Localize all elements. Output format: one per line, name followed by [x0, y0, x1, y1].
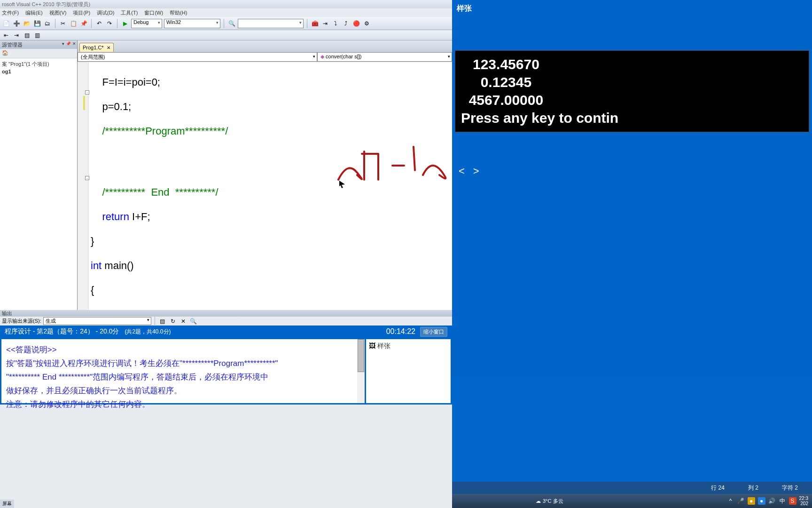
tab-close-icon[interactable]: ✕ — [107, 45, 110, 50]
file-tab[interactable]: Prog1.C* ✕ — [79, 43, 114, 52]
solution-root-node[interactable]: 案 "Prog1"(1 个项目) — [2, 60, 75, 68]
close-icon[interactable]: ✕ — [72, 41, 76, 46]
menu-file[interactable]: 文件(F) — [2, 9, 19, 16]
tray-clock[interactable]: 22:3202 — [799, 496, 808, 506]
comment-icon[interactable]: ▤ — [23, 31, 31, 40]
cut-icon[interactable]: ✂ — [59, 19, 67, 28]
exam-subtitle: (共2题，共40.0分) — [125, 328, 171, 336]
sample-nav: < > — [459, 165, 805, 177]
menu-window[interactable]: 窗口(W) — [144, 9, 163, 16]
scope-bar: (全局范围) ◆conver(char s[]) — [78, 52, 452, 62]
console-line: 0.12345 — [461, 73, 803, 91]
solution-explorer: 源管理器 ▾ 📌 ✕ 🏠 案 "Prog1"(1 个项目) og1 — [0, 40, 78, 310]
sample-label: 样张 — [377, 342, 390, 349]
scope-right-text: conver(char s[]) — [326, 54, 361, 59]
separator-icon — [155, 317, 155, 326]
platform-dropdown[interactable]: Win32 — [164, 19, 220, 28]
menu-tools[interactable]: 工具(T) — [121, 9, 138, 16]
redo-icon[interactable]: ↷ — [105, 19, 114, 28]
paste-icon[interactable]: 📌 — [79, 19, 88, 28]
exam-timer: 00:14:22 — [386, 327, 415, 336]
prev-button[interactable]: < — [459, 165, 465, 177]
output-title: 输出 — [0, 310, 452, 317]
run-icon[interactable]: ▶ — [121, 19, 129, 28]
output-source-label: 显示输出来源(S): — [2, 318, 41, 325]
add-item-icon[interactable]: ➕ — [12, 19, 21, 28]
home-icon[interactable]: 🏠 — [2, 50, 8, 56]
copy-icon[interactable]: 📋 — [69, 19, 78, 28]
code-text[interactable]: F=I=i=poi=0; p=0.1; /**********Program**… — [91, 64, 315, 310]
menu-debug[interactable]: 调试(D) — [97, 9, 114, 16]
menu-edit[interactable]: 编辑(E) — [25, 9, 43, 16]
find-dropdown[interactable] — [238, 19, 304, 28]
output-source-dropdown[interactable]: 生成 — [43, 317, 151, 325]
open-icon[interactable]: 📂 — [23, 19, 31, 28]
tray-up-icon[interactable]: ^ — [727, 497, 734, 505]
output-icon[interactable]: ▤ — [158, 317, 167, 325]
menu-project[interactable]: 项目(P) — [73, 9, 90, 16]
step-over-icon[interactable]: ⤵ — [331, 19, 340, 28]
pin-icon[interactable]: 📌 — [66, 41, 71, 46]
solution-tree[interactable]: 案 "Prog1"(1 个项目) og1 — [0, 58, 77, 77]
exam-body: <<答题说明>> 按"答题"按钮进入程序环境进行调试！考生必须在"*******… — [0, 338, 452, 405]
weather-widget[interactable]: ☁ 3°C 多云 — [536, 498, 563, 505]
toolbox-icon[interactable]: 🧰 — [311, 19, 319, 28]
dropdown-icon[interactable]: ▾ — [62, 41, 64, 46]
scroll-thumb[interactable] — [358, 339, 364, 372]
separator-icon — [224, 19, 224, 28]
output-icon[interactable]: ↻ — [169, 317, 177, 325]
handwriting-annotation — [331, 123, 452, 189]
image-icon: 🖼 — [369, 342, 375, 349]
tray-app-icon[interactable]: ● — [748, 497, 755, 505]
config-dropdown[interactable]: Debug — [131, 19, 162, 28]
outdent-icon[interactable]: ⇥ — [12, 31, 21, 40]
find-icon[interactable]: 🔍 — [227, 19, 236, 28]
solution-toolbar: 🏠 — [0, 49, 77, 58]
scrollbar[interactable] — [357, 339, 365, 403]
project-node[interactable]: og1 — [2, 68, 75, 75]
code-editor[interactable]: - - F=I=i=poi=0; p=0.1; /**********Progr… — [78, 62, 452, 310]
exam-instructions: <<答题说明>> 按"答题"按钮进入程序环境进行调试！考生必须在"*******… — [1, 339, 365, 403]
tab-filename: Prog1.C* — [83, 45, 104, 50]
code-editor-area: Prog1.C* ✕ (全局范围) ◆conver(char s[]) - - … — [78, 40, 452, 310]
step-icon[interactable]: ⇥ — [321, 19, 329, 28]
status-bar: 行 24 列 2 字符 2 — [452, 482, 812, 494]
scope-dropdown-left[interactable]: (全局范围) — [78, 52, 317, 62]
main-split: 源管理器 ▾ 📌 ✕ 🏠 案 "Prog1"(1 个项目) og1 Prog1.… — [0, 40, 452, 310]
output-icon[interactable]: 🔍 — [189, 317, 198, 325]
step-out-icon[interactable]: ⤴ — [342, 19, 350, 28]
weather-text: 3°C 多云 — [543, 498, 563, 505]
sample-output-panel: 样张 123.45670 0.12345 4567.00000 Press an… — [452, 0, 812, 376]
console-output: 123.45670 0.12345 4567.00000 Press any k… — [455, 50, 809, 132]
taskbar-fragment[interactable]: 屏幕 — [0, 500, 14, 508]
save-all-icon[interactable]: 🗂 — [43, 19, 52, 28]
undo-icon[interactable]: ↶ — [95, 19, 103, 28]
console-line: 123.45670 — [461, 56, 803, 73]
menu-help[interactable]: 帮助(H) — [170, 9, 187, 16]
menu-view[interactable]: 视图(V) — [49, 9, 67, 16]
tray-app-icon[interactable]: ● — [758, 497, 765, 505]
output-panel: 输出 显示输出来源(S): 生成 ▤ ↻ ✕ 🔍 — [0, 310, 452, 325]
sogou-icon[interactable]: S — [789, 497, 796, 505]
fold-icon[interactable]: - — [85, 90, 89, 95]
scope-dropdown-right[interactable]: ◆conver(char s[]) — [317, 52, 452, 62]
next-button[interactable]: > — [473, 165, 479, 177]
ime-icon[interactable]: 中 — [779, 497, 786, 505]
output-source-row: 显示输出来源(S): 生成 ▤ ↻ ✕ 🔍 — [0, 317, 452, 325]
breakpoint-icon[interactable]: 🔴 — [352, 19, 360, 28]
tray-mic-icon[interactable]: 🎤 — [737, 497, 745, 505]
tab-row: Prog1.C* ✕ — [78, 40, 452, 52]
cursor-annotation — [338, 180, 348, 189]
separator-icon — [91, 19, 92, 28]
uncomment-icon[interactable]: ▥ — [33, 31, 41, 40]
minimize-window-button[interactable]: 缩小窗口 — [420, 327, 447, 337]
save-icon[interactable]: 💾 — [33, 19, 41, 28]
fold-icon[interactable]: - — [85, 176, 89, 180]
tray-volume-icon[interactable]: 🔊 — [768, 497, 776, 505]
secondary-toolbar: ⇤ ⇥ ▤ ▥ — [0, 30, 452, 40]
settings-icon[interactable]: ⚙ — [362, 19, 371, 28]
output-icon[interactable]: ✕ — [179, 317, 187, 325]
new-project-icon[interactable]: 📄 — [2, 19, 10, 28]
indent-icon[interactable]: ⇤ — [2, 31, 10, 40]
console-line: 4567.00000 — [461, 91, 803, 109]
